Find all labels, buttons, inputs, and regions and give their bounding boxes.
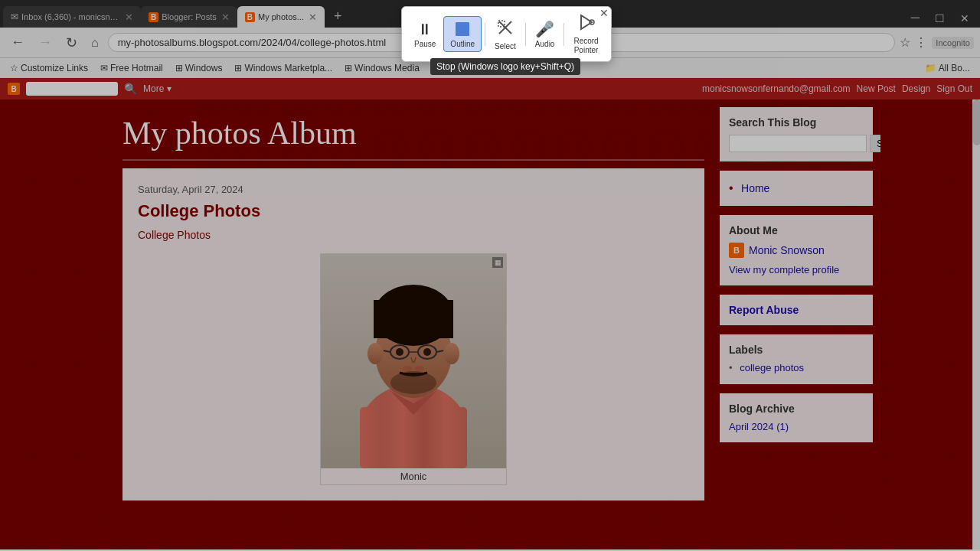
tab-inbox[interactable]: ✉ Inbox (6,360) - monicsnowson... ✕ — [3, 6, 141, 28]
hotmail-icon: ✉ — [100, 63, 108, 73]
blog-sidebar: Search This Blog Search • Home About Me — [712, 99, 880, 549]
about-me-user: B Monic Snowson — [729, 243, 864, 258]
snip-divider-3 — [564, 23, 564, 46]
blogger-design-link[interactable]: Design — [902, 83, 930, 94]
nav-list: • Home — [729, 180, 864, 197]
blogger-signout-link[interactable]: Sign Out — [936, 83, 972, 94]
blogger-favicon-photos: B — [245, 12, 255, 22]
post-date: Saturday, April 27, 2024 — [138, 184, 689, 195]
snip-select-button[interactable]: Select — [488, 15, 522, 54]
photo-container: ▦ Monic — [138, 253, 689, 485]
blog-search-input[interactable] — [729, 135, 867, 152]
tab-inbox-title: Inbox (6,360) - monicsnowson... — [21, 12, 120, 21]
bookmark-star[interactable]: ☆ — [900, 35, 910, 50]
media-icon: ⊞ — [345, 63, 352, 73]
blog-title-area: My photos Album — [122, 99, 704, 159]
record-pointer-icon — [577, 13, 596, 35]
select-icon — [496, 18, 514, 41]
post-label-link[interactable]: College Photos — [138, 229, 689, 241]
labels-section: Labels • college photos — [720, 334, 873, 384]
svg-point-24 — [368, 343, 383, 364]
window-close[interactable]: ✕ — [952, 9, 977, 28]
gmail-favicon: ✉ — [11, 11, 18, 22]
label-college-photos-link[interactable]: college photos — [740, 362, 804, 373]
tab-close-inbox[interactable]: ✕ — [125, 11, 133, 23]
svg-point-21 — [403, 366, 412, 372]
new-tab-button[interactable]: + — [328, 5, 348, 28]
windows-icon: ⊞ — [175, 63, 183, 73]
refresh-button[interactable]: ↻ — [61, 33, 82, 53]
post-title[interactable]: College Photos — [138, 201, 689, 221]
tab-close-blogger[interactable]: ✕ — [221, 11, 230, 23]
blog-layout: My photos Album Saturday, April 27, 2024… — [84, 99, 896, 549]
blogger-search-input[interactable] — [26, 82, 118, 96]
blogger-navbar: B 🔍 More ▾ monicsnowsonfernando@gmail.co… — [0, 78, 980, 99]
bookmark-all[interactable]: 📁 All Bo... — [921, 61, 974, 75]
pause-label: Pause — [414, 40, 436, 48]
svg-point-19 — [396, 348, 403, 356]
search-section-title: Search This Blog — [729, 116, 864, 129]
snip-divider-1 — [485, 23, 485, 46]
folder-icon: 📁 — [925, 63, 936, 73]
snipping-toolbar: ⏸ Pause Outline Select 🎤 Audio Record Po… — [401, 6, 612, 62]
nav-home-item: • Home — [729, 180, 864, 197]
scrollbar[interactable] — [972, 99, 980, 549]
bookmark-media[interactable]: ⊞ Windows Media — [341, 61, 423, 75]
blogger-user-icon: B — [729, 243, 744, 258]
labels-title: Labels — [729, 344, 864, 356]
window-maximize[interactable]: ☐ — [927, 9, 952, 28]
svg-rect-13 — [374, 300, 453, 338]
about-me-section: About Me B Monic Snowson View my complet… — [720, 215, 873, 285]
search-form: Search — [729, 135, 864, 152]
tab-my-photos[interactable]: B My photos... ✕ — [237, 6, 325, 28]
customize-icon: ☆ — [10, 63, 18, 73]
snip-outline-button[interactable]: Outline — [443, 16, 482, 52]
window-minimize[interactable]: ─ — [903, 8, 927, 28]
tab-blogger-posts[interactable]: B Blogger: Posts ✕ — [141, 6, 237, 28]
blogger-search-button[interactable]: 🔍 — [124, 83, 137, 95]
bookmark-marketplace[interactable]: ⊞ Windows Marketpla... — [230, 61, 336, 75]
archive-april-2024[interactable]: April 2024 (1) — [729, 421, 789, 432]
snip-pause-button[interactable]: ⏸ Pause — [408, 18, 442, 51]
svg-marker-30 — [581, 15, 592, 29]
back-button[interactable]: ← — [6, 33, 29, 52]
outline-label: Outline — [450, 40, 475, 48]
tab-blogger-posts-title: Blogger: Posts — [162, 12, 217, 21]
blog-search-button[interactable]: Search — [870, 135, 880, 152]
blogger-more-button[interactable]: More ▾ — [143, 83, 172, 94]
svg-point-20 — [423, 348, 431, 356]
svg-point-25 — [444, 343, 459, 364]
report-abuse-title[interactable]: Report Abuse — [729, 304, 864, 316]
bookmark-hotmail[interactable]: ✉ Free Hotmail — [96, 61, 167, 75]
snip-close-button[interactable]: ✕ — [596, 6, 612, 20]
home-button[interactable]: ⌂ — [87, 34, 103, 51]
audio-label: Audio — [535, 40, 555, 48]
nav-home-link[interactable]: Home — [741, 182, 769, 194]
pause-icon: ⏸ — [417, 21, 433, 38]
marketplace-icon: ⊞ — [234, 63, 242, 73]
snip-tooltip: Stop (Windows logo key+Shift+Q) — [430, 58, 580, 75]
post-area: Saturday, April 27, 2024 College Photos … — [122, 168, 704, 500]
scrollbar-thumb[interactable] — [973, 99, 980, 145]
view-profile-link[interactable]: View my complete profile — [729, 264, 839, 276]
blog-archive-section: Blog Archive April 2024 (1) — [720, 393, 873, 442]
record-pointer-label: Record Pointer — [573, 37, 598, 55]
bookmark-customize[interactable]: ☆ Customize Links — [6, 61, 92, 75]
incognito-badge: Incognito — [932, 37, 974, 49]
settings-button[interactable]: ⋮ — [915, 35, 927, 50]
about-me-title: About Me — [729, 224, 864, 236]
blogger-favicon-posts: B — [149, 12, 158, 22]
snip-audio-button[interactable]: 🎤 Audio — [529, 17, 561, 51]
about-me-name-link[interactable]: Monic Snowson — [749, 244, 825, 256]
forward-button[interactable]: → — [34, 33, 57, 52]
bookmark-windows[interactable]: ⊞ Windows — [172, 61, 227, 75]
photo-image[interactable]: ▦ — [321, 254, 506, 468]
label-college-photos: • college photos — [729, 360, 864, 375]
report-abuse-section: Report Abuse — [720, 295, 873, 325]
labels-list: • college photos — [729, 360, 864, 375]
tab-my-photos-title: My photos... — [258, 12, 304, 21]
blogger-new-post-link[interactable]: New Post — [857, 83, 896, 94]
tab-close-photos[interactable]: ✕ — [309, 11, 317, 23]
search-section: Search This Blog Search — [720, 107, 873, 161]
blog-content: B 🔍 More ▾ monicsnowsonfernando@gmail.co… — [0, 78, 980, 549]
